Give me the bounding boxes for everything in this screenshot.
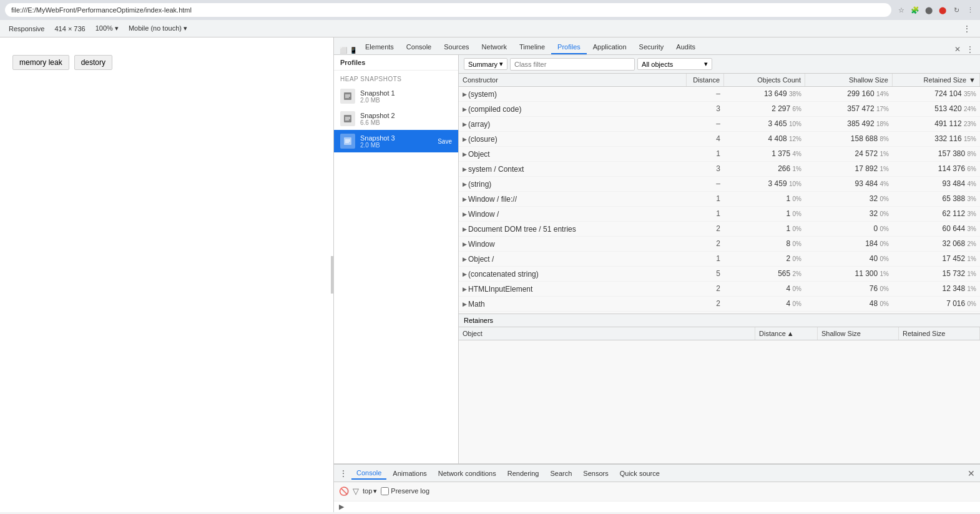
expand-arrow[interactable]: ▶ (463, 224, 467, 235)
shallow-cell: 184 0% (805, 237, 893, 251)
url-bar[interactable]: file:///E:/MyWebFront/PerformanceOptimiz… (5, 3, 891, 17)
drawer-tab-sensors[interactable]: Sensors (578, 468, 613, 479)
drawer-close-icon[interactable]: ✕ (968, 468, 975, 478)
table-row[interactable]: ▶ Object 1 1 375 4% 24 572 1% 157 380 8% (459, 147, 980, 162)
responsive-dropdown[interactable]: Responsive (5, 24, 48, 34)
touch-dropdown[interactable]: Mobile (no touch) ▾ (125, 23, 191, 34)
expand-arrow[interactable]: ▶ (463, 179, 467, 190)
zoom-dropdown[interactable]: 100% ▾ (92, 23, 122, 34)
expand-arrow[interactable]: ▶ (463, 89, 467, 100)
expand-arrow[interactable]: ▶ (463, 104, 467, 115)
retained-cell: 332 116 15% (893, 132, 980, 146)
constructor-cell: ▶ Math (459, 297, 687, 311)
expand-arrow[interactable]: ▶ (463, 209, 467, 220)
table-row[interactable]: ▶ Document DOM tree / 51 entries 2 1 0% … (459, 222, 980, 237)
tab-console[interactable]: Console (400, 41, 438, 54)
sync-icon[interactable]: ↻ (951, 5, 961, 15)
shallow-cell: 93 484 4% (805, 177, 893, 191)
snapshot-3-name: Snapshot 3 (360, 134, 433, 142)
profiles-topbar: Summary ▾ All objects ▾ (459, 55, 980, 74)
drawer-tab-rendering[interactable]: Rendering (502, 468, 544, 479)
shallow-cell: 76 0% (805, 282, 893, 296)
console-filter-icon[interactable]: ▽ (353, 487, 359, 496)
devtools-close-icon[interactable]: ✕ (953, 44, 963, 54)
constructor-cell: ▶ (compiled code) (459, 102, 687, 116)
devtools-more-icon[interactable]: ⋮ (965, 44, 975, 54)
table-row[interactable]: ▶ HTMLInputElement 2 4 0% 76 0% 12 348 1… (459, 282, 980, 297)
console-arrow: ▶ (339, 503, 344, 510)
table-row[interactable]: ▶ Window 2 8 0% 184 0% 32 068 2% (459, 237, 980, 252)
console-clear-icon[interactable]: 🚫 (339, 487, 349, 496)
expand-arrow[interactable]: ▶ (463, 254, 467, 265)
resize-handle[interactable] (331, 256, 333, 294)
header-distance[interactable]: Distance (687, 74, 724, 86)
drawer-menu-icon[interactable]: ⋮ (339, 468, 348, 478)
table-row[interactable]: ▶ (array) – 3 465 10% 385 492 18% 491 11… (459, 117, 980, 132)
objects-count-cell: 3 459 10% (724, 177, 805, 191)
table-row[interactable]: ▶ (compiled code) 3 2 297 6% 357 472 17%… (459, 102, 980, 117)
preserve-log-checkbox[interactable]: Preserve log (381, 487, 429, 495)
tab-application[interactable]: Application (587, 41, 633, 54)
table-row[interactable]: ▶ Window / file:// 1 1 0% 32 0% 65 388 3… (459, 192, 980, 207)
extension-icon[interactable]: 🧩 (910, 5, 920, 15)
table-row[interactable]: ▶ Object / 1 2 0% 40 0% 17 452 1% (459, 252, 980, 267)
objects-label: All objects (642, 61, 673, 68)
tab-timeline[interactable]: Timeline (513, 41, 551, 54)
preserve-log-check[interactable] (381, 487, 389, 495)
drawer-tab-quick-source[interactable]: Quick source (615, 468, 665, 479)
tab-security[interactable]: Security (633, 41, 670, 54)
dimensions-display: 414 × 736 (51, 24, 89, 34)
memory-leak-button[interactable]: memory leak (12, 55, 69, 70)
expand-arrow[interactable]: ▶ (463, 194, 467, 205)
retainers-title: Retainers (459, 314, 980, 327)
expand-arrow[interactable]: ▶ (463, 164, 467, 175)
snapshot-item-2[interactable]: Snapshot 2 6.6 MB (334, 107, 458, 130)
expand-arrow[interactable]: ▶ (463, 134, 467, 145)
star-icon[interactable]: ☆ (896, 5, 906, 15)
class-filter-input[interactable] (510, 58, 635, 71)
distance-cell: 2 (687, 282, 724, 296)
retainers-header-distance[interactable]: Distance ▲ (755, 327, 818, 340)
header-retained-size[interactable]: Retained Size ▼ (893, 74, 980, 86)
table-row[interactable]: ▶ Window / 1 1 0% 32 0% 62 112 3% (459, 207, 980, 222)
snapshot-item-1[interactable]: Snapshot 1 2.0 MB (334, 85, 458, 107)
tab-profiles[interactable]: Profiles (551, 41, 587, 54)
drawer-tab-network-conditions[interactable]: Network conditions (433, 468, 501, 479)
expand-arrow[interactable]: ▶ (463, 299, 467, 310)
expand-arrow[interactable]: ▶ (463, 119, 467, 130)
snapshot-item-3[interactable]: Snapshot 3 2.0 MB Save (334, 130, 458, 152)
table-row[interactable]: ▶ (system) – 13 649 38% 299 160 14% 724 … (459, 87, 980, 102)
expand-arrow[interactable]: ▶ (463, 149, 467, 160)
expand-arrow[interactable]: ▶ (463, 239, 467, 250)
header-objects-count[interactable]: Objects Count (724, 74, 805, 86)
expand-arrow[interactable]: ▶ (463, 284, 467, 295)
device-icon[interactable]: 📱 (349, 46, 358, 54)
retained-cell: 65 388 3% (893, 192, 980, 206)
devtools-panel: ⬜ 📱 Elements Console Sources Network Tim… (334, 37, 980, 512)
table-row[interactable]: ▶ (closure) 4 4 408 12% 158 688 8% 332 1… (459, 132, 980, 147)
tab-elements[interactable]: Elements (359, 41, 400, 54)
inspect-icon[interactable]: ⬜ (339, 46, 348, 54)
table-row[interactable]: ▶ (concatenated string) 5 565 2% 11 300 … (459, 267, 980, 282)
drawer-tab-console[interactable]: Console (351, 467, 386, 480)
view-dropdown[interactable]: Summary ▾ (464, 58, 507, 70)
header-shallow-size[interactable]: Shallow Size (805, 74, 893, 86)
drawer-tab-search[interactable]: Search (545, 468, 577, 479)
destroy-button[interactable]: destory (74, 55, 112, 70)
objects-count-cell: 4 0% (724, 297, 805, 311)
objects-dropdown[interactable]: All objects ▾ (637, 58, 712, 70)
top-frame-select[interactable]: top ▾ (363, 487, 377, 495)
snapshot-3-save[interactable]: Save (438, 138, 452, 145)
expand-arrow[interactable]: ▶ (463, 269, 467, 280)
distance-cell: 3 (687, 162, 724, 176)
settings-icon[interactable]: ⋮ (965, 5, 975, 15)
drawer-tab-animations[interactable]: Animations (388, 468, 431, 479)
tab-network[interactable]: Network (476, 41, 513, 54)
table-row[interactable]: ▶ Math 2 4 0% 48 0% 7 016 0% (459, 297, 980, 312)
table-row[interactable]: ▶ (string) – 3 459 10% 93 484 4% 93 484 … (459, 177, 980, 192)
tab-sources[interactable]: Sources (438, 41, 475, 54)
table-row[interactable]: ▶ system / Context 3 266 1% 17 892 1% 11… (459, 162, 980, 177)
tab-audits[interactable]: Audits (670, 41, 702, 54)
constructor-cell: ▶ Object (459, 147, 687, 161)
more-options-icon[interactable]: ⋮ (959, 24, 975, 34)
